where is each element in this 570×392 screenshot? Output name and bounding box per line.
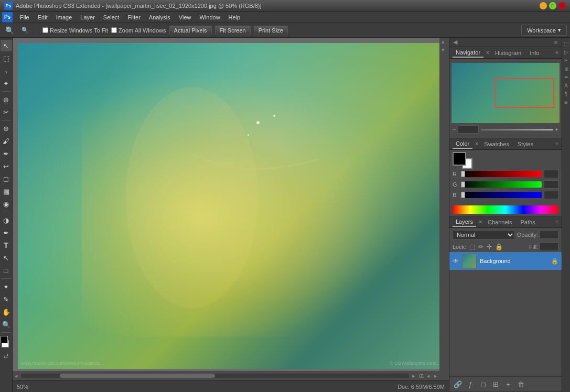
r-value-input[interactable]: 0	[544, 170, 558, 178]
right-tool-6[interactable]: A	[563, 82, 570, 89]
tab-color[interactable]: Color	[453, 139, 472, 149]
foreground-color[interactable]	[453, 152, 466, 166]
menu-filter[interactable]: Filter	[123, 13, 144, 21]
color-spectrum-bar[interactable]	[453, 205, 558, 214]
shape-tool[interactable]: □	[1, 265, 12, 276]
minimize-button[interactable]: –	[540, 2, 547, 9]
panel-expand-icon[interactable]: ≡	[555, 50, 558, 56]
magnify-minus-icon[interactable]: 🔍	[3, 24, 16, 37]
opacity-input[interactable]: 100%	[540, 231, 558, 239]
zoom-all-checkbox[interactable]: Zoom All Windows	[111, 27, 166, 34]
fit-screen-button[interactable]: Fit Screen	[215, 26, 251, 35]
canvas-scrollbar-vertical[interactable]: ▴ ▾	[439, 38, 449, 371]
delete-layer-btn[interactable]: 🗑	[515, 379, 526, 389]
resize-windows-checkbox[interactable]: Resize Windows To Fit	[42, 27, 108, 34]
menu-window[interactable]: Window	[195, 13, 224, 21]
right-tool-1[interactable]: ⬚	[563, 40, 570, 47]
tab-layers[interactable]: Layers	[453, 217, 476, 227]
menu-view[interactable]: View	[175, 13, 196, 21]
brush-tool[interactable]: 🖌	[1, 135, 12, 147]
right-tool-2[interactable]: ▷	[563, 48, 570, 56]
b-value-input[interactable]: 0	[544, 191, 558, 199]
scroll-right-btn[interactable]: ▸	[410, 372, 417, 379]
zoom-all-input[interactable]	[111, 27, 117, 33]
scroll-next-frame[interactable]: ▸	[432, 372, 439, 379]
tab-info[interactable]: Info	[526, 49, 542, 57]
scroll-expand-icon[interactable]: ⊞	[417, 372, 425, 379]
tab-histogram[interactable]: Histogram	[492, 49, 524, 57]
scroll-left-btn[interactable]: ◂	[13, 372, 20, 379]
close-button[interactable]: ✕	[558, 2, 566, 9]
right-tool-4[interactable]: ⊕	[563, 65, 570, 72]
menu-file[interactable]: File	[16, 13, 34, 21]
r-slider[interactable]	[461, 171, 465, 177]
scroll-up-btn[interactable]: ▴	[439, 38, 447, 45]
lasso-tool[interactable]: ⟔	[1, 65, 12, 77]
lock-brush-icon[interactable]: ✏	[478, 243, 483, 251]
layers-panel-expand-icon[interactable]: ≡	[555, 219, 558, 225]
gradient-tool[interactable]: ▦	[1, 186, 12, 197]
color-close-icon[interactable]: ✕	[475, 141, 479, 147]
dodge-tool[interactable]: ◑	[1, 214, 12, 226]
lock-transparent-icon[interactable]: ⬚	[469, 243, 475, 251]
menu-help[interactable]: Help	[224, 13, 245, 21]
g-slider[interactable]	[461, 181, 465, 188]
right-tool-5[interactable]: ✒	[563, 73, 570, 81]
pen-tool[interactable]: ✒	[1, 227, 12, 238]
move-tool[interactable]: ↖	[1, 40, 12, 51]
create-group-btn[interactable]: ⊞	[490, 379, 501, 389]
right-tool-3[interactable]: ✂	[563, 57, 570, 64]
nav-preview-image[interactable]	[451, 63, 560, 123]
resize-windows-input[interactable]	[42, 27, 48, 33]
clone-tool[interactable]: ✒	[1, 148, 12, 159]
menu-select[interactable]: Select	[99, 13, 124, 21]
hand-tool[interactable]: ✋	[1, 306, 12, 318]
notes-tool[interactable]: ✎	[1, 293, 12, 305]
lock-move-icon[interactable]: ✛	[487, 243, 492, 251]
menu-image[interactable]: Image	[52, 13, 77, 21]
zoom-input[interactable]: 50%	[458, 125, 479, 134]
blur-tool[interactable]: ◉	[1, 198, 12, 210]
zoom-minus-icon[interactable]: −	[453, 126, 456, 133]
crop-tool[interactable]: ⊕	[1, 94, 12, 105]
fill-input[interactable]: 100%	[540, 243, 558, 251]
scroll-down-btn[interactable]: ▾	[439, 46, 447, 53]
layer-background-row[interactable]: 👁 Background 🔒	[449, 252, 562, 270]
h-scrollbar-thumb[interactable]	[60, 374, 215, 378]
menu-edit[interactable]: Edit	[34, 13, 52, 21]
add-style-btn[interactable]: ƒ	[465, 379, 476, 389]
print-size-button[interactable]: Print Size	[254, 26, 288, 35]
right-tool-7[interactable]: ¶	[563, 90, 570, 97]
tab-navigator[interactable]: Navigator	[453, 48, 483, 58]
b-slider[interactable]	[461, 192, 465, 198]
panel-collapse-btn[interactable]: ◀	[451, 39, 459, 46]
link-layers-btn[interactable]: 🔗	[453, 379, 463, 389]
lock-all-icon[interactable]: 🔒	[495, 243, 503, 251]
scroll-prev-frame[interactable]: ◂	[425, 372, 432, 379]
canvas-scrollbar-horizontal[interactable]: ◂ ▸ ⊞ ◂ ▸	[13, 371, 439, 380]
swap-colors-icon[interactable]: ⇄	[4, 353, 8, 360]
panel-menu-btn[interactable]: ≡	[552, 39, 560, 46]
maximize-button[interactable]: □	[549, 2, 556, 9]
tab-channels[interactable]: Channels	[485, 218, 515, 226]
text-tool[interactable]: T	[1, 239, 12, 251]
actual-pixels-button[interactable]: Actual Pixels	[169, 26, 212, 35]
eyedropper-tool[interactable]: ✦	[1, 281, 12, 292]
foreground-color-swatch[interactable]	[1, 336, 8, 343]
layers-close-icon[interactable]: ✕	[478, 219, 482, 225]
add-mask-btn[interactable]: ◻	[478, 379, 488, 389]
zoom-slider[interactable]	[481, 129, 553, 130]
navigator-close-icon[interactable]: ✕	[486, 50, 490, 56]
canvas-area[interactable]: www.martinlisec.com/www.Photoshop... © C…	[13, 38, 449, 380]
layer-visibility-icon[interactable]: 👁	[453, 257, 459, 265]
marquee-tool[interactable]: ⬚	[1, 52, 12, 64]
zoom-plus-icon[interactable]: +	[555, 126, 558, 133]
magic-wand-tool[interactable]: ✦	[1, 78, 12, 89]
zoom-tool[interactable]: 🔍	[1, 319, 12, 330]
tab-paths[interactable]: Paths	[518, 218, 539, 226]
g-value-input[interactable]: 0	[544, 180, 558, 189]
healing-tool[interactable]: ⊕	[1, 123, 12, 134]
eraser-tool[interactable]: ◻	[1, 173, 12, 184]
menu-analysis[interactable]: Analysis	[145, 13, 175, 21]
h-scrollbar-track[interactable]	[21, 374, 409, 378]
